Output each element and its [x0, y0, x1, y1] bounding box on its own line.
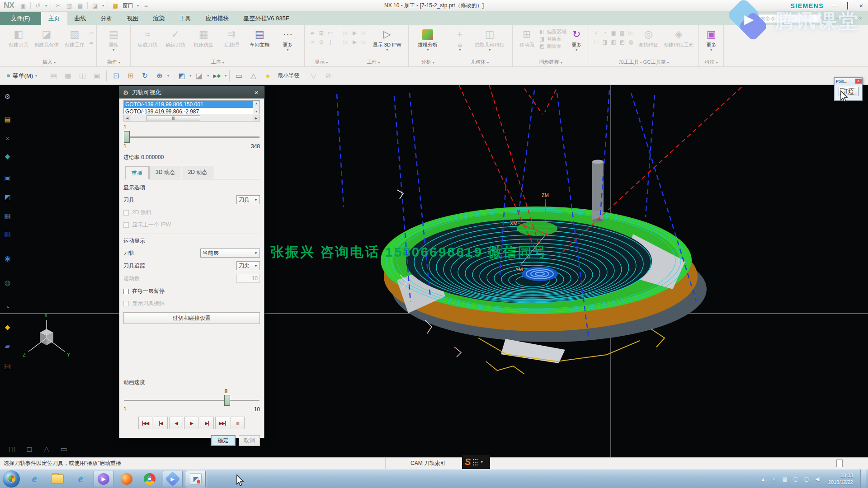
step-forward-button[interactable]: ▶|: [200, 417, 214, 429]
tab-tools[interactable]: 工具: [172, 12, 198, 25]
dialog-title-bar[interactable]: ⚙ 刀轨可视化 ×: [119, 86, 264, 99]
group-label-syncmodel[interactable]: 同步建模 ▾: [516, 59, 585, 66]
group-label-gc-toolbox[interactable]: 加工工具 - GC工具箱 ▾: [592, 59, 695, 66]
scroll-left-icon[interactable]: ◀: [124, 115, 131, 121]
zoom-box-icon[interactable]: ⊡: [109, 70, 123, 82]
input-method-tray-icon[interactable]: ▤: [781, 476, 788, 482]
snap-point-icon[interactable]: ▸◆: [210, 70, 223, 82]
properties-button[interactable]: ▤属性▾: [100, 26, 127, 52]
group-label-operation[interactable]: 操作 ▾: [100, 59, 127, 66]
point-window-title-bar[interactable]: Poin... ×: [835, 78, 862, 84]
min-radius-label[interactable]: 最小半径: [276, 72, 301, 80]
verify-toolpath-button[interactable]: ✓确认刀轨: [162, 26, 189, 48]
list-horizontal-scrollbar[interactable]: ◀ ▶: [123, 115, 260, 122]
clock-icon[interactable]: ◔: [2, 302, 13, 313]
window-cascade-icon[interactable]: ▤: [47, 70, 60, 82]
ok-button[interactable]: 确定: [211, 435, 236, 446]
toolpath-dropdown[interactable]: 当前层▼: [200, 249, 260, 258]
copy-icon[interactable]: ▥: [66, 2, 73, 9]
info-icon[interactable]: ◉: [2, 253, 13, 264]
layer-icon[interactable]: ▱: [308, 38, 316, 47]
restore-button[interactable]: [847, 2, 848, 9]
paste-icon[interactable]: ▤: [76, 2, 84, 9]
tab-plugin[interactable]: 星空外挂V6.935F: [236, 12, 297, 25]
window-close-icon[interactable]: ×: [856, 15, 864, 22]
edit-display-icon[interactable]: ▰: [308, 29, 316, 38]
scroll-down-icon[interactable]: ▼: [255, 110, 258, 113]
extract-geometry-button[interactable]: ◫抽取几何特征▾: [470, 26, 509, 52]
group-label-geometry[interactable]: 几何体 ▾: [450, 59, 509, 66]
taskbar-item-ie2[interactable]: e: [71, 471, 90, 487]
taskbar-item-active-app[interactable]: ◩: [186, 471, 206, 487]
show-3d-ipw-button[interactable]: ▷显示 3D IPW▾: [369, 26, 405, 52]
display-tray-icon[interactable]: ▢: [803, 476, 810, 482]
show-hidden-icons[interactable]: ▴: [760, 476, 767, 482]
gc-tool-icon[interactable]: ◧: [609, 38, 618, 47]
progress-slider[interactable]: [123, 131, 260, 143]
start-button[interactable]: [3, 470, 20, 488]
checkbox-pause-each-layer[interactable]: 在每一层暂停: [123, 287, 260, 295]
window-icon[interactable]: ▦: [112, 2, 119, 9]
no-selection-icon[interactable]: ⊘: [321, 70, 335, 82]
draft-analysis-button[interactable]: 拔模分析▾: [412, 26, 443, 52]
checkbox-icon[interactable]: [123, 222, 129, 228]
show-hide-icon[interactable]: ▭: [326, 29, 335, 38]
face-analysis-icon[interactable]: ◪: [193, 70, 206, 82]
window-menu-label[interactable]: 窗口: [123, 2, 133, 9]
network-tray-icon[interactable]: ▢: [792, 476, 799, 482]
point-window-close-icon[interactable]: ×: [855, 79, 862, 84]
menu-button[interactable]: ≡菜单(M)▾: [3, 70, 41, 82]
motion-count-field[interactable]: 10: [236, 274, 260, 283]
tool-display-icon[interactable]: ▷: [359, 38, 368, 47]
key-icon[interactable]: ◆: [2, 322, 13, 333]
window-tile-icon[interactable]: ▦: [61, 70, 75, 82]
move-face-button[interactable]: ⊞移动面: [516, 26, 538, 48]
point-button[interactable]: +点▾: [450, 26, 469, 52]
gc-tool-icon[interactable]: ▣: [609, 29, 618, 38]
gc-tool-icon[interactable]: ▤: [618, 29, 626, 38]
display-icon[interactable]: ▣: [2, 173, 13, 183]
speed-slider[interactable]: [123, 395, 260, 406]
measure-tool-icon[interactable]: ◫: [5, 443, 19, 455]
fit-dropdown-icon[interactable]: ▾: [167, 74, 169, 78]
group-label-process[interactable]: 工序 ▾: [134, 59, 301, 66]
insert-mini-icon[interactable]: ▰: [89, 39, 93, 47]
group-label-analysis[interactable]: 分析 ▾: [412, 59, 443, 66]
tool-display-icon[interactable]: ▶: [350, 38, 359, 47]
delete-face-button[interactable]: ◩删除面: [538, 43, 566, 50]
list-vertical-scrollbar[interactable]: ▲▼: [253, 101, 259, 114]
tab-3d-dynamic[interactable]: 3D 动态: [149, 166, 181, 179]
go-to-end-button[interactable]: ▶▶|: [215, 417, 229, 429]
folder-orange-icon[interactable]: ▤: [2, 361, 13, 371]
section-view-icon[interactable]: △: [247, 70, 260, 82]
taskbar-item-player[interactable]: ▶: [94, 471, 113, 487]
checkbox-icon[interactable]: [123, 210, 129, 216]
tab-home[interactable]: 主页: [41, 12, 67, 25]
brush-dropdown-icon[interactable]: ▾: [102, 4, 104, 8]
create-geometry-button[interactable]: ◪创建几何体: [33, 26, 60, 48]
undo-icon[interactable]: ↺: [34, 2, 42, 9]
cut-icon[interactable]: ✂: [55, 2, 62, 9]
format-brush-icon[interactable]: ◪: [91, 2, 99, 9]
tool-display-icon[interactable]: ▷: [341, 29, 350, 38]
shop-doc-button[interactable]: ▤车间文档: [246, 26, 273, 48]
gouge-collision-settings-button[interactable]: 过切和碰撞设置: [123, 312, 260, 324]
scrollbar-thumb[interactable]: [146, 115, 200, 121]
gc-tool-icon[interactable]: ◔: [601, 29, 609, 38]
tab-curve[interactable]: 曲线: [67, 12, 94, 25]
goto-list[interactable]: GOTO/-139.419,99.806,150.001 GOTO/-139.4…: [123, 100, 260, 114]
slider-handle[interactable]: [224, 395, 230, 406]
scroll-up-icon[interactable]: ▲: [255, 102, 258, 105]
shaded-dropdown-icon[interactable]: ▾: [189, 74, 191, 78]
tab-render[interactable]: 渲染: [146, 12, 172, 25]
globe-icon[interactable]: ◍: [2, 277, 13, 288]
tool-dropdown[interactable]: 刀具▼: [236, 195, 260, 204]
taskbar-item-firefox[interactable]: [117, 471, 137, 487]
scroll-right-icon[interactable]: ▶: [253, 115, 259, 121]
checkbox-show-ipw[interactable]: 显示上一个 IPW: [123, 221, 260, 229]
object-display-icon[interactable]: ⊞: [317, 29, 326, 38]
play-button[interactable]: ▶: [184, 417, 198, 429]
gc-tool-icon[interactable]: ✓: [592, 29, 600, 38]
minimize-button[interactable]: —: [831, 3, 837, 9]
step-back-button[interactable]: |◀: [154, 417, 168, 429]
